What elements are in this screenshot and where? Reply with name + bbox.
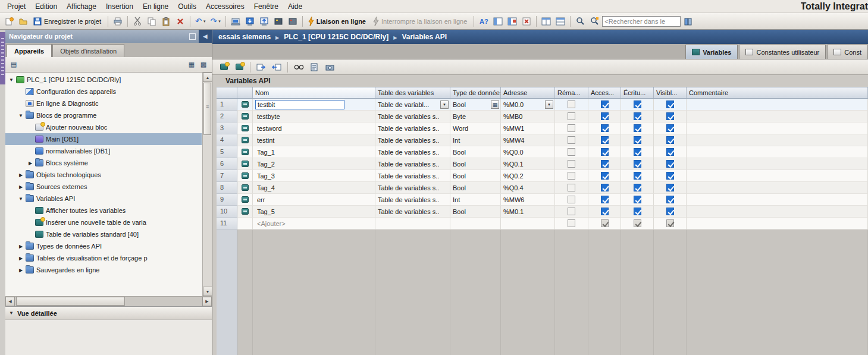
retain-checkbox[interactable] — [568, 219, 575, 227]
editor-tab[interactable]: Variables — [685, 45, 738, 59]
tree-expander-icon[interactable]: ▼ — [8, 77, 15, 83]
visible-cell[interactable] — [654, 194, 687, 206]
tag-name[interactable]: err — [255, 196, 267, 203]
name-cell[interactable]: testbit — [253, 99, 375, 111]
data-type-cell[interactable]: Byte — [450, 111, 501, 122]
writable-checkbox[interactable] — [634, 160, 641, 168]
accessible-checkbox[interactable] — [601, 112, 609, 120]
retain-cell[interactable] — [555, 111, 588, 122]
tree-item[interactable]: ▼ Variables API — [5, 193, 202, 205]
row-number[interactable]: 3 — [217, 122, 237, 134]
header-tag-table[interactable]: Table des variables — [375, 87, 450, 98]
table-row[interactable]: 5 Tag_1 Table de variables s.. Bool %Q0.… — [217, 146, 868, 158]
tree-item[interactable]: ▶ Sauvegardes en ligne — [5, 264, 202, 276]
visible-cell[interactable] — [654, 158, 687, 170]
retain-cell[interactable] — [555, 146, 588, 158]
writable-checkbox[interactable] — [634, 219, 641, 227]
visible-cell[interactable] — [654, 111, 687, 122]
visible-cell[interactable] — [654, 206, 687, 218]
writable-cell[interactable] — [621, 158, 654, 170]
accessible-cell[interactable] — [588, 122, 621, 134]
retain-checkbox[interactable] — [568, 184, 575, 191]
comment-cell[interactable] — [687, 158, 868, 170]
tag-table-cell[interactable]: Table de variables s.. — [375, 111, 450, 122]
row-number[interactable]: 11 — [217, 218, 237, 230]
comment-cell[interactable] — [687, 170, 868, 182]
tree-item[interactable]: En ligne & Diagnostic — [5, 98, 202, 109]
tag-name[interactable]: testint — [255, 137, 276, 144]
accessible-cell[interactable] — [588, 111, 621, 122]
tag-table-cell[interactable]: Table de variables s.. — [375, 122, 450, 134]
expand-view-button[interactable]: ▩ — [198, 59, 209, 71]
tree-expander-icon[interactable]: ▶ — [17, 172, 24, 178]
accessible-checkbox[interactable] — [601, 136, 609, 144]
visible-cell[interactable] — [654, 134, 687, 146]
data-type-cell[interactable]: Int — [450, 194, 501, 206]
save-project-button[interactable]: Enregistrer le projet — [31, 15, 105, 28]
header-address[interactable]: Adresse — [501, 87, 555, 98]
writable-cell[interactable] — [621, 99, 654, 111]
tree-item[interactable]: Afficher toutes les variables — [5, 205, 202, 216]
tree-item[interactable]: ▶ Blocs système — [5, 157, 202, 169]
retain-cell[interactable] — [555, 99, 588, 111]
scroll-right-icon[interactable]: ▶ — [202, 297, 212, 306]
accessible-cell[interactable] — [588, 134, 621, 146]
dropdown-icon[interactable] — [440, 100, 449, 109]
menu-item[interactable]: En ligne — [138, 1, 173, 12]
visible-checkbox[interactable] — [666, 112, 674, 120]
visible-checkbox[interactable] — [666, 100, 674, 108]
header-writable[interactable]: Écritu... — [621, 87, 654, 98]
tag-table-cell[interactable]: Table de variables s.. — [375, 206, 450, 218]
tree-item[interactable]: ▶ Objets technologiques — [5, 169, 202, 181]
writable-checkbox[interactable] — [634, 208, 641, 215]
writable-cell[interactable] — [621, 122, 654, 134]
accessible-checkbox[interactable] — [601, 124, 609, 132]
comment-cell[interactable] — [687, 218, 868, 230]
tree-item[interactable]: ▶ Types de données API — [5, 240, 202, 252]
data-type-cell[interactable]: Bool — [450, 170, 501, 182]
visible-checkbox[interactable] — [666, 160, 674, 168]
menu-item[interactable]: Aide — [283, 1, 307, 12]
visible-cell[interactable] — [654, 122, 687, 134]
tag-table-cell[interactable]: Table de variables s.. — [375, 134, 450, 146]
name-cell[interactable]: testint — [253, 134, 375, 146]
menu-item[interactable]: Outils — [173, 1, 201, 12]
tree-vertical-scrollbar[interactable]: ▲ ▼ — [202, 73, 212, 296]
start-cpu-button[interactable] — [272, 15, 285, 28]
address-cell[interactable]: %MB0 — [501, 111, 555, 122]
tree-horizontal-scrollbar[interactable]: ◀ ▶ — [5, 296, 212, 306]
tree-expander-icon[interactable]: ▶ — [17, 184, 24, 190]
visible-checkbox[interactable] — [666, 184, 674, 191]
tag-name[interactable]: Tag_4 — [255, 184, 277, 191]
print-button[interactable] — [111, 15, 124, 28]
tree-expander-icon[interactable]: ▼ — [17, 113, 24, 118]
row-number[interactable]: 1 — [217, 99, 237, 111]
tree-item[interactable]: normalvariables [DB1] — [5, 145, 202, 157]
name-cell[interactable]: Tag_5 — [253, 206, 375, 218]
cancel-action-button[interactable] — [520, 15, 533, 28]
split-editor-horizontal-button[interactable] — [554, 15, 567, 28]
writable-checkbox[interactable] — [634, 172, 641, 180]
address-cell[interactable] — [501, 218, 555, 230]
visible-checkbox[interactable] — [666, 172, 674, 180]
accessible-checkbox[interactable] — [601, 148, 609, 156]
visible-checkbox[interactable] — [666, 148, 674, 156]
comment-cell[interactable] — [687, 122, 868, 134]
name-cell[interactable]: <Ajouter> — [253, 218, 375, 230]
tree-item[interactable]: ▼ Blocs de programme — [5, 109, 202, 121]
menu-item[interactable]: Insertion — [101, 1, 138, 12]
tag-name[interactable]: Tag_3 — [255, 172, 277, 180]
tree-filter-icon[interactable]: ▤ — [8, 59, 20, 71]
search-input[interactable] — [602, 16, 681, 27]
table-row[interactable]: 6 Tag_2 Table de variables s.. Bool %Q0.… — [217, 158, 868, 170]
undo-button[interactable]: ↶▾ — [193, 15, 207, 28]
accessible-checkbox[interactable] — [601, 184, 609, 191]
writable-checkbox[interactable] — [634, 148, 641, 156]
retain-checkbox[interactable] — [568, 100, 575, 108]
comment-cell[interactable] — [687, 182, 868, 194]
table-row[interactable]: 2 testbyte Table de variables s.. Byte %… — [217, 111, 868, 122]
accessible-checkbox[interactable] — [601, 100, 609, 108]
table-row[interactable]: 1 testbit Table de variabl... Bool %M0.0 — [217, 99, 868, 111]
writable-checkbox[interactable] — [634, 112, 641, 120]
header-name[interactable]: Nom — [253, 87, 375, 98]
